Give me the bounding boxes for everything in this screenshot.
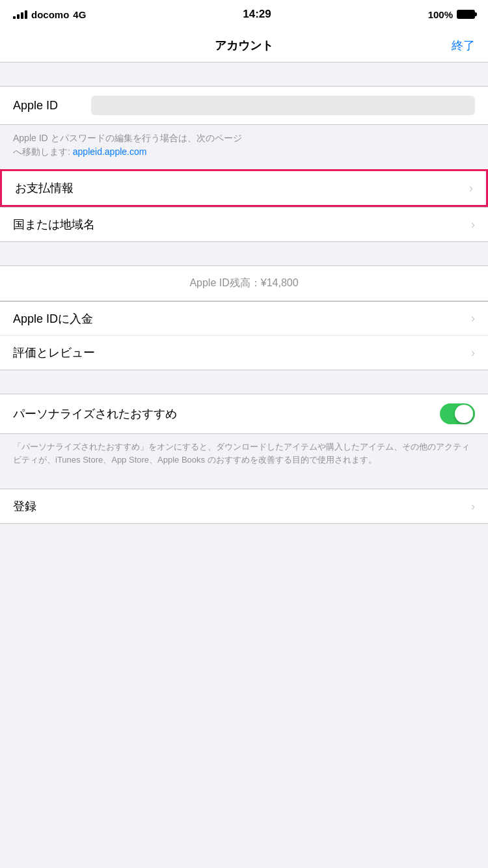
clock: 14:29 [243, 8, 271, 21]
personalized-section: パーソナライズされたおすすめ [0, 394, 488, 434]
registration-chevron-icon: › [471, 500, 475, 513]
registration-section: 登録 › [0, 489, 488, 524]
network-label: 4G [73, 9, 86, 20]
signal-icon [13, 10, 27, 19]
personalized-row[interactable]: パーソナライズされたおすすめ [0, 394, 488, 433]
apple-id-info: Apple ID とパスワードの編集を行う場合は、次のページ へ移動します: a… [0, 125, 488, 169]
registration-row[interactable]: 登録 › [0, 489, 488, 523]
battery-fill [458, 11, 474, 18]
registration-label: 登録 [13, 498, 471, 514]
nav-bar: アカウント 終了 [0, 29, 488, 62]
status-bar: docomo 4G 14:29 100% [0, 0, 488, 29]
info-text-line2: へ移動します: [13, 146, 73, 157]
mid-gap [0, 242, 488, 265]
page-title: アカウント [215, 38, 273, 53]
gap2 [0, 370, 488, 394]
region-row[interactable]: 国または地域名 › [0, 208, 488, 241]
review-row[interactable]: 評価とレビュー › [0, 336, 488, 370]
personalized-label: パーソナライズされたおすすめ [13, 406, 440, 422]
apple-id-label: Apple ID [13, 99, 91, 113]
status-right: 100% [428, 9, 475, 20]
battery-percent: 100% [428, 9, 453, 20]
apple-id-section: Apple ID [0, 86, 488, 125]
apple-id-link[interactable]: appleid.apple.com [73, 146, 147, 157]
personalized-description: 「パーソナライズされたおすすめ」をオンにすると、ダウンロードしたアイテムや購入し… [0, 434, 488, 477]
balance-section: Apple ID残高：¥14,800 [0, 265, 488, 301]
review-label: 評価とレビュー [13, 345, 471, 360]
payment-row[interactable]: お支払情報 › [2, 171, 486, 205]
region-section: 国または地域名 › [0, 207, 488, 242]
payment-label: お支払情報 [15, 180, 469, 196]
region-chevron-icon: › [471, 218, 475, 232]
balance-text: Apple ID残高：¥14,800 [189, 277, 298, 290]
personalized-toggle[interactable] [440, 403, 475, 424]
deposit-label: Apple IDに入金 [13, 311, 471, 327]
toggle-knob [455, 405, 473, 423]
deposit-chevron-icon: › [471, 312, 475, 325]
status-left: docomo 4G [13, 9, 86, 20]
apple-id-row[interactable]: Apple ID [0, 87, 488, 124]
review-chevron-icon: › [471, 346, 475, 360]
apple-id-input[interactable] [91, 96, 475, 115]
done-button[interactable]: 終了 [452, 38, 475, 53]
battery-icon [457, 10, 475, 19]
info-text-line1: Apple ID とパスワードの編集を行う場合は、次のページ [13, 133, 242, 143]
region-label: 国または地域名 [13, 217, 471, 232]
deposit-review-section: Apple IDに入金 › 評価とレビュー › [0, 301, 488, 370]
payment-chevron-icon: › [469, 182, 473, 195]
deposit-row[interactable]: Apple IDに入金 › [0, 302, 488, 336]
carrier-label: docomo [31, 9, 69, 20]
gap3 [0, 477, 488, 489]
top-gap [0, 62, 488, 86]
content: Apple ID Apple ID とパスワードの編集を行う場合は、次のページ … [0, 62, 488, 524]
payment-section-highlighted: お支払情報 › [0, 169, 488, 207]
balance-row: Apple ID残高：¥14,800 [0, 266, 488, 301]
